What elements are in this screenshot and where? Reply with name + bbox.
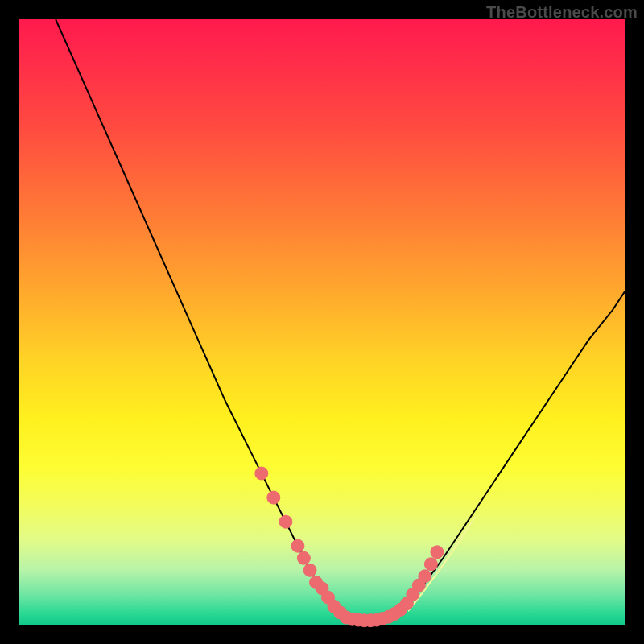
data-marker <box>303 564 316 576</box>
bottleneck-curve <box>56 19 625 621</box>
data-marker <box>424 558 437 571</box>
data-marker <box>267 491 280 504</box>
data-marker <box>255 467 268 480</box>
data-marker <box>291 539 304 552</box>
data-marker <box>419 570 431 583</box>
marker-cluster-bottom <box>340 608 401 627</box>
data-marker <box>279 515 292 528</box>
data-marker <box>431 546 444 559</box>
chart-overlay <box>19 19 625 625</box>
chart-frame: TheBottleneck.com <box>0 0 644 644</box>
data-marker <box>297 551 310 564</box>
marker-cluster-right <box>394 546 444 616</box>
